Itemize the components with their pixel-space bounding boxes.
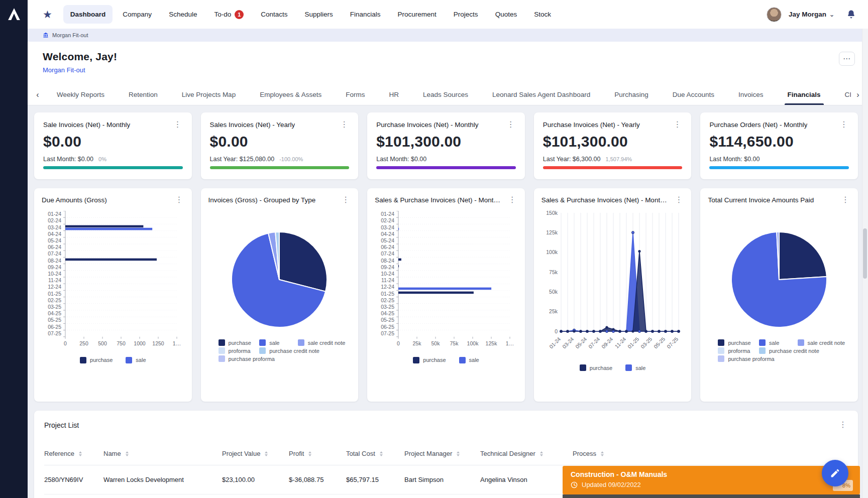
- kebab-menu-icon[interactable]: ⋮: [838, 421, 848, 428]
- nav-item-suppliers[interactable]: Suppliers: [297, 5, 340, 24]
- legend-swatch: [718, 355, 724, 362]
- avatar[interactable]: [767, 7, 782, 22]
- nav-item-stock[interactable]: Stock: [527, 5, 558, 24]
- svg-text:25k: 25k: [549, 308, 558, 314]
- nav-item-procurement[interactable]: Procurement: [391, 5, 444, 24]
- nav-item-financials[interactable]: Financials: [343, 5, 388, 24]
- kpi-sub-label: Last Month: $0.00: [709, 156, 759, 163]
- nav-item-dashboard[interactable]: Dashboard: [63, 5, 113, 24]
- kebab-menu-icon[interactable]: ⋮: [339, 121, 349, 128]
- svg-text:07-24: 07-24: [48, 251, 61, 257]
- tab-cis[interactable]: CIS Do: [833, 84, 851, 105]
- toast-updated: Updated 09/02/2022: [582, 481, 641, 488]
- tab-forms[interactable]: Forms: [334, 84, 377, 105]
- svg-text:01-24: 01-24: [48, 211, 61, 217]
- kebab-menu-icon[interactable]: ⋮: [341, 196, 351, 203]
- svg-text:02-24: 02-24: [381, 217, 394, 223]
- svg-text:04-25: 04-25: [48, 310, 61, 316]
- sort-icon: [265, 451, 268, 456]
- tab-due-accounts[interactable]: Due Accounts: [661, 84, 726, 105]
- scrollbar-thumb[interactable]: [863, 228, 867, 279]
- tab-employees-assets[interactable]: Employees & Assets: [248, 84, 334, 105]
- column-header-project-manager[interactable]: Project Manager: [404, 450, 480, 457]
- svg-text:03-24: 03-24: [561, 336, 575, 350]
- svg-text:07-24: 07-24: [381, 251, 394, 257]
- kebab-menu-icon[interactable]: ⋮: [173, 121, 183, 128]
- nav-item-contacts[interactable]: Contacts: [254, 5, 294, 24]
- kpi-value: $101,300.00: [543, 133, 683, 150]
- nav-item-quotes[interactable]: Quotes: [488, 5, 524, 24]
- tab-leonard-sales-agent-dashboard[interactable]: Leonard Sales Agent Dashboard: [480, 84, 602, 105]
- column-header-name[interactable]: Name: [103, 450, 222, 457]
- svg-text:0: 0: [555, 328, 558, 334]
- notification-toast[interactable]: Construction - O&M Manuals Updated 09/02…: [563, 466, 860, 494]
- nav-item-todo[interactable]: To-do1: [207, 5, 251, 25]
- legend-swatch: [459, 357, 466, 363]
- kebab-menu-icon[interactable]: ⋮: [674, 196, 684, 203]
- svg-text:1250: 1250: [152, 340, 164, 346]
- breadcrumb-label: Morgan Fit-out: [52, 32, 88, 38]
- tab-hr[interactable]: HR: [377, 84, 411, 105]
- todo-count-badge: 1: [235, 10, 244, 19]
- total-paid-pie-chart: purchasesalesale credit noteproformapurc…: [708, 204, 850, 397]
- column-header-profit[interactable]: Profit: [289, 450, 346, 457]
- tab-weekly-reports[interactable]: Weekly Reports: [45, 84, 117, 105]
- user-menu[interactable]: Jay Morgan ⌄: [789, 11, 834, 18]
- svg-text:05-25: 05-25: [653, 336, 667, 350]
- cell-project-value: $23,100.00: [222, 476, 289, 483]
- column-header-total-cost[interactable]: Total Cost: [346, 450, 404, 457]
- header-more-button[interactable]: ⋯: [839, 52, 855, 66]
- tab-purchasing[interactable]: Purchasing: [602, 84, 661, 105]
- tab-financials[interactable]: Financials: [776, 84, 833, 105]
- kebab-menu-icon[interactable]: ⋮: [672, 121, 682, 128]
- svg-text:05-25: 05-25: [381, 317, 394, 323]
- legend-swatch: [580, 364, 586, 371]
- kebab-menu-icon[interactable]: ⋮: [840, 196, 850, 203]
- tab-leads-sources[interactable]: Leads Sources: [411, 84, 480, 105]
- column-header-technical-designer[interactable]: Technical Designer: [480, 450, 573, 457]
- legend-item: sale: [259, 339, 297, 346]
- svg-text:01-25: 01-25: [381, 291, 394, 297]
- kebab-menu-icon[interactable]: ⋮: [839, 121, 849, 128]
- kebab-menu-icon[interactable]: ⋮: [507, 196, 517, 203]
- nav-right: Jay Morgan ⌄: [767, 7, 856, 22]
- sort-icon: [79, 451, 82, 456]
- svg-text:1…: 1…: [506, 340, 514, 346]
- sort-icon: [540, 451, 543, 456]
- legend-item: purchase credit note: [259, 347, 325, 354]
- breadcrumb[interactable]: Morgan Fit-out: [28, 29, 868, 42]
- tab-live-projects-map[interactable]: Live Projects Map: [170, 84, 248, 105]
- project-link[interactable]: Morgan Fit-out: [43, 66, 85, 74]
- tab-invoices[interactable]: Invoices: [726, 84, 776, 105]
- kpi-card-purchase-invoices-yearly: Purchase Invoices (Net) - Yearly⋮ $101,3…: [534, 112, 692, 179]
- legend-swatch: [80, 357, 86, 363]
- nav-item-company[interactable]: Company: [116, 5, 159, 24]
- tabs-scroll-left[interactable]: ‹: [31, 84, 45, 105]
- edit-fab-button[interactable]: [822, 460, 848, 486]
- kpi-accent-bar: [543, 166, 683, 169]
- svg-text:05-24: 05-24: [381, 237, 394, 243]
- legend-swatch: [219, 347, 225, 354]
- nav-items: Dashboard Company Schedule To-do1 Contac…: [63, 5, 767, 25]
- svg-text:11-24: 11-24: [381, 277, 394, 283]
- column-header-project-value[interactable]: Project Value: [222, 450, 289, 457]
- dashboard-tabs: ‹ Weekly Reports Retention Live Projects…: [28, 84, 868, 105]
- svg-text:75k: 75k: [549, 269, 558, 275]
- svg-text:01-25: 01-25: [48, 291, 61, 297]
- nav-item-schedule[interactable]: Schedule: [162, 5, 204, 24]
- nav-item-projects[interactable]: Projects: [447, 5, 485, 24]
- legend-swatch: [718, 339, 724, 346]
- app-logo[interactable]: [0, 0, 28, 28]
- column-header-reference[interactable]: Reference: [44, 450, 103, 457]
- kpi-percent: -100.00%: [279, 156, 303, 162]
- favorite-star-icon[interactable]: ★: [43, 9, 52, 21]
- notifications-bell-icon[interactable]: [846, 10, 856, 19]
- tab-retention[interactable]: Retention: [117, 84, 170, 105]
- svg-text:03-24: 03-24: [48, 224, 61, 230]
- svg-text:02-25: 02-25: [381, 297, 394, 303]
- svg-text:100k: 100k: [467, 340, 479, 346]
- kebab-menu-icon[interactable]: ⋮: [506, 121, 516, 128]
- kebab-menu-icon[interactable]: ⋮: [174, 196, 184, 203]
- column-header-process[interactable]: Process: [573, 450, 848, 457]
- kpi-card-sales-invoices-yearly: Sales Invoices (Net) - Yearly⋮ $0.00 Las…: [201, 112, 359, 179]
